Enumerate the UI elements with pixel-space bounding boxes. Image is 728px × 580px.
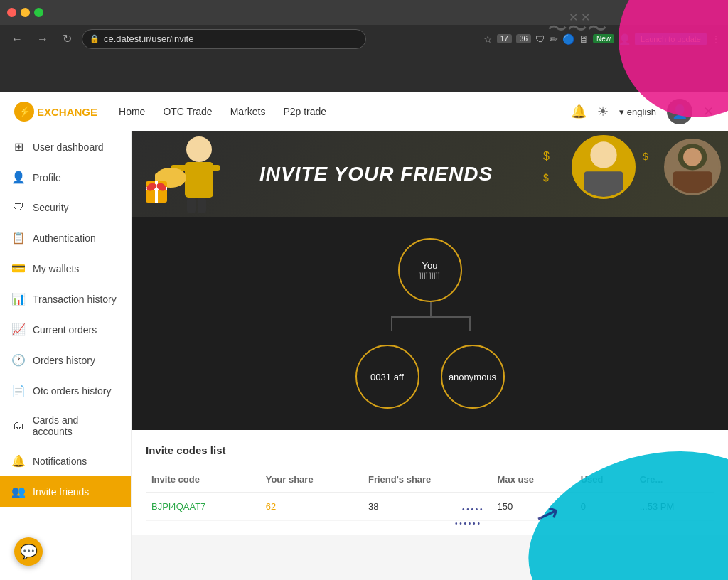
page-content: INVITE YOUR FRIENDS $ $ (132, 131, 728, 580)
tree-children: 0031 aff anonymous (355, 345, 505, 409)
sidebar-item-transaction-history[interactable]: 📊 Transaction history (0, 284, 131, 314)
url-text: ce.datest.ir/user/invite (104, 33, 193, 44)
invite-codes-table: Invite code Your share Friend's share Ma… (146, 467, 714, 521)
svg-rect-27 (673, 171, 712, 193)
shield-ext-icon: 🛡 (535, 33, 545, 45)
back-button[interactable]: ← (7, 31, 27, 47)
sidebar-item-authentication[interactable]: 📋 Authentication (0, 222, 131, 253)
banner-title: INVITE YOUR FRIENDS (259, 163, 493, 186)
sidebar-label-security: Security (33, 202, 69, 213)
referral-tree-section: You أأأأأ أأأأ (132, 217, 728, 430)
user-avatar[interactable]: 👤 (667, 99, 692, 124)
update-button[interactable]: Launch to update (635, 33, 707, 45)
orders-history-icon: 🕐 (11, 353, 26, 367)
window-maximize-btn[interactable] (34, 8, 43, 17)
sidebar-item-orders-history[interactable]: 🕐 Orders history (0, 345, 131, 375)
svg-rect-11 (187, 198, 196, 213)
refresh-button[interactable]: ↻ (58, 31, 76, 47)
tree-child1-label: 0031 aff (370, 372, 404, 382)
cards-icon: 🗂 (11, 419, 26, 432)
chat-bubble-button[interactable]: 💬 (14, 537, 43, 566)
svg-point-24 (594, 145, 614, 165)
sidebar-item-my-wallets[interactable]: 💳 My wallets (0, 253, 131, 284)
ext-badge-1[interactable]: 17 (497, 34, 512, 43)
forward-button[interactable]: → (33, 31, 53, 47)
logo-symbol: ⚡ (18, 106, 31, 117)
svg-point-7 (186, 136, 212, 162)
nav-otc-trade[interactable]: OTC Trade (163, 106, 212, 117)
lang-label: english (627, 107, 656, 117)
window-controls (7, 8, 43, 17)
friends-share-value: 38 (363, 493, 492, 521)
close-header-icon[interactable]: ✕ (703, 104, 714, 119)
sidebar-label-current-orders: Current orders (33, 324, 97, 335)
authentication-icon: 📋 (11, 231, 26, 245)
tree-root-node: You أأأأأ أأأأ (398, 238, 462, 302)
sidebar-label-authentication: Authentication (33, 232, 96, 244)
col-created: Cre... (634, 467, 714, 493)
bell-icon[interactable]: 🔔 (571, 104, 587, 119)
notifications-icon: 🔔 (11, 454, 26, 468)
svg-text:$: $ (543, 172, 549, 183)
sidebar-item-invite-friends[interactable]: 👥 Invite friends (0, 476, 131, 507)
header-right: 🔔 ☀ ▾ english 👤 ✕ (571, 99, 714, 124)
profile-browser-icon[interactable]: 👤 (619, 33, 631, 45)
logo[interactable]: ⚡ EXCHANGE (14, 102, 97, 122)
svg-rect-10 (203, 165, 220, 171)
security-icon: 🛡 (11, 201, 26, 214)
sidebar-item-notifications[interactable]: 🔔 Notifications (0, 446, 131, 476)
col-your-share: Your share (260, 467, 363, 493)
sidebar-label-invite-friends: Invite friends (33, 486, 89, 498)
browser-toolbar-icons: ☆ 17 36 🛡 ✏ 🔵 🖥 New 👤 Launch to update ⋮ (483, 33, 721, 45)
chat-icon: 💬 (20, 543, 38, 560)
language-selector[interactable]: ▾ english (619, 107, 656, 117)
menu-dots-icon[interactable]: ⋮ (711, 33, 721, 45)
sidebar-item-security[interactable]: 🛡 Security (0, 193, 131, 222)
col-used: Used (575, 467, 634, 493)
browser-chrome: ← → ↻ 🔒 ce.datest.ir/user/invite ☆ 17 36… (0, 0, 728, 92)
tree-container: You أأأأأ أأأأ (355, 238, 505, 409)
tree-root-label: You (422, 260, 438, 271)
logo-icon: ⚡ (14, 102, 34, 122)
sidebar-label-user-dashboard: User dashboard (33, 141, 104, 153)
sidebar-item-user-dashboard[interactable]: ⊞ User dashboard (0, 131, 131, 162)
sidebar-item-profile[interactable]: 👤 Profile (0, 162, 131, 193)
table-row: BJPI4QAAT7 62 38 150 0 ...53 PM (146, 493, 714, 521)
address-bar[interactable]: 🔒 ce.datest.ir/user/invite (82, 29, 366, 49)
friend-avatar-1 (572, 135, 636, 199)
sidebar-item-otc-orders-history[interactable]: 📄 Otc orders history (0, 375, 131, 406)
svg-text:$: $ (543, 150, 550, 162)
max-use-value: 150 (492, 493, 575, 521)
sun-icon[interactable]: ☀ (597, 104, 609, 119)
window-close-btn[interactable] (7, 8, 16, 17)
bookmark-icon[interactable]: ☆ (483, 33, 493, 45)
tree-child2-label: anonymous (449, 372, 496, 382)
nav-p2p-trade[interactable]: P2p trade (283, 106, 326, 117)
created-value: ...53 PM (634, 493, 714, 521)
sidebar-item-current-orders[interactable]: 📈 Current orders (0, 314, 131, 345)
tree-connector (359, 302, 501, 331)
lock-icon: 🔒 (90, 34, 100, 43)
app-header: ⚡ EXCHANGE Home OTC Trade Markets P2p tr… (0, 92, 728, 131)
sidebar-label-notifications: Notifications (33, 456, 87, 467)
wallets-icon: 💳 (11, 262, 26, 275)
col-friends-share: Friend's share (363, 467, 492, 493)
sidebar-label-cards-and-accounts: Cards and accounts (33, 414, 119, 437)
profile-icon: 👤 (11, 171, 26, 184)
friend-avatar-2 (664, 139, 721, 195)
otc-orders-icon: 📄 (11, 384, 26, 397)
ext-badge-2[interactable]: 36 (516, 34, 531, 43)
nav-markets[interactable]: Markets (230, 106, 266, 117)
browser-toolbar: ← → ↻ 🔒 ce.datest.ir/user/invite ☆ 17 36… (0, 25, 728, 53)
nav-home[interactable]: Home (119, 106, 145, 117)
new-badge: New (593, 34, 614, 43)
sidebar-item-cards-and-accounts[interactable]: 🗂 Cards and accounts (0, 406, 131, 446)
current-orders-icon: 📈 (11, 323, 26, 336)
svg-rect-14 (155, 173, 161, 182)
used-value: 0 (575, 493, 634, 521)
window-minimize-btn[interactable] (21, 8, 30, 17)
sidebar-label-profile: Profile (33, 172, 61, 183)
invite-banner: INVITE YOUR FRIENDS $ $ (132, 131, 728, 217)
browser-titlebar (0, 0, 728, 25)
invite-code-value[interactable]: BJPI4QAAT7 (151, 501, 205, 512)
